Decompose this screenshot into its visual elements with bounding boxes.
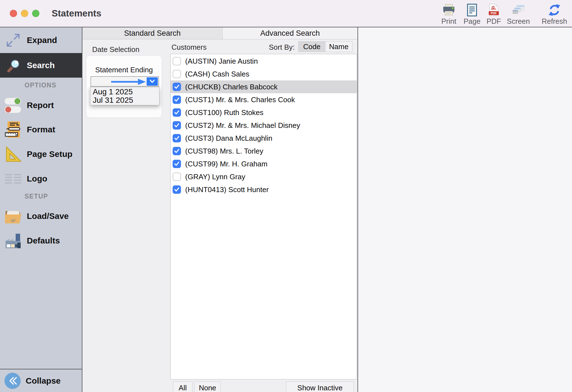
sort-name-button[interactable]: Name xyxy=(325,41,352,52)
sidebar-item-report[interactable]: Report xyxy=(0,93,82,118)
customer-label: (AUSTIN) Janie Austin xyxy=(185,57,258,66)
date-option[interactable]: Aug 1 2025 xyxy=(90,88,159,96)
sidebar-item-label: Defaults xyxy=(27,236,60,245)
select-all-button[interactable]: All xyxy=(173,381,192,392)
folder-icon xyxy=(4,207,22,225)
checkbox-checked-icon[interactable] xyxy=(173,95,181,104)
report-icon xyxy=(4,97,22,114)
customer-label: (CUST98) Mrs. L. Torley xyxy=(185,147,263,156)
sidebar-item-search[interactable]: Search xyxy=(0,53,82,78)
pdf-badge-text: PDF xyxy=(491,11,497,15)
toolbar-label: Refresh xyxy=(539,17,570,25)
sort-code-button[interactable]: Code xyxy=(298,41,325,52)
statement-ending-field[interactable] xyxy=(90,76,159,87)
customer-label: (CASH) Cash Sales xyxy=(185,70,249,78)
chevron-down-icon xyxy=(149,79,156,84)
customer-row[interactable]: (CUST98) Mrs. L. Torley xyxy=(171,145,357,157)
customer-row[interactable]: (CUST2) Mr. & Mrs. Michael Disney xyxy=(171,119,357,132)
customer-row[interactable]: (HUNT0413) Scott Hunter xyxy=(171,183,357,196)
screen-icon xyxy=(503,3,534,17)
titlebar: Statements Print Pa xyxy=(0,0,572,27)
date-selection-panel: Statement Ending Aug 1 2025 Jul 31 2025 xyxy=(86,55,162,118)
checkbox-checked-icon[interactable] xyxy=(173,147,181,155)
sidebar-item-format[interactable]: Format xyxy=(0,117,82,142)
customer-row[interactable]: (CUST100) Ruth Stokes xyxy=(171,106,357,119)
customer-label: (CHUCKB) Charles Babcock xyxy=(185,83,278,91)
customer-row[interactable]: (CUST99) Mr. H. Graham xyxy=(171,157,357,170)
tab-standard-search[interactable]: Standard Search xyxy=(82,27,223,39)
checkbox-checked-icon[interactable] xyxy=(173,134,181,142)
sidebar-item-label: Expand xyxy=(27,35,57,45)
customer-row[interactable]: (GRAY) Lynn Gray xyxy=(171,170,357,183)
sidebar-item-label: Search xyxy=(27,61,55,70)
customers-heading: Customers xyxy=(171,43,207,52)
sidebar-item-label: Page Setup xyxy=(27,149,72,159)
sidebar-section-options: OPTIONS xyxy=(25,82,56,89)
close-icon[interactable] xyxy=(10,10,17,17)
maximize-icon[interactable] xyxy=(32,10,39,17)
sidebar-item-label: Load/Save xyxy=(27,211,69,221)
customer-label: (HUNT0413) Scott Hunter xyxy=(185,185,269,194)
toolbar-label: Screen xyxy=(503,17,534,25)
search-icon xyxy=(4,57,22,74)
tab-advanced-search[interactable]: Advanced Search xyxy=(223,27,358,39)
customer-row[interactable]: (CUST1) Mr. & Mrs. Charles Cook xyxy=(171,93,357,106)
tabbar: Standard Search Advanced Search xyxy=(82,27,358,39)
checkbox-unchecked-icon[interactable] xyxy=(173,57,181,65)
sidebar-item-label: Report xyxy=(27,101,54,110)
show-inactive-button[interactable]: Show Inactive xyxy=(286,381,354,392)
sidebar: Expand Search OPTIONS Report xyxy=(0,27,82,392)
customer-row[interactable]: (AUSTIN) Janie Austin xyxy=(171,55,357,68)
sidebar-item-defaults[interactable]: Defaults xyxy=(0,228,82,253)
checkbox-unchecked-icon[interactable] xyxy=(173,70,181,78)
checkbox-checked-icon[interactable] xyxy=(173,160,181,168)
sidebar-item-label: Collapse xyxy=(26,376,61,386)
sidebar-item-page-setup[interactable]: Page Setup xyxy=(0,142,82,166)
refresh-button[interactable]: Refresh xyxy=(539,3,570,25)
customer-row[interactable]: (CHUCKB) Charles Babcock xyxy=(171,80,357,93)
sidebar-section-setup: SETUP xyxy=(25,193,48,200)
customer-label: (CUST1) Mr. & Mrs. Charles Cook xyxy=(185,95,295,104)
checkbox-checked-icon[interactable] xyxy=(173,121,181,130)
customer-label: (CUST99) Mr. H. Graham xyxy=(185,160,268,168)
sort-by-label: Sort By: xyxy=(263,43,295,52)
customer-label: (CUST3) Dana McLaughlin xyxy=(185,134,272,143)
sidebar-item-label: Logo xyxy=(27,174,47,183)
customer-label: (GRAY) Lynn Gray xyxy=(185,173,245,181)
customer-label: (CUST100) Ruth Stokes xyxy=(185,108,263,117)
minimize-icon[interactable] xyxy=(21,10,28,17)
sidebar-item-load-save[interactable]: Load/Save xyxy=(0,204,82,228)
select-none-button[interactable]: None xyxy=(194,381,221,392)
date-dropdown-list: Aug 1 2025 Jul 31 2025 xyxy=(90,87,159,105)
customer-row[interactable]: (CASH) Cash Sales xyxy=(171,68,357,80)
checkbox-checked-icon[interactable] xyxy=(173,185,181,194)
checkbox-checked-icon[interactable] xyxy=(173,83,181,91)
date-option[interactable]: Jul 31 2025 xyxy=(90,96,159,104)
collapse-icon xyxy=(4,373,21,389)
window-title: Statements xyxy=(52,0,101,27)
sidebar-item-collapse[interactable]: Collapse xyxy=(0,369,82,392)
right-arrow-icon xyxy=(111,78,147,86)
expand-icon xyxy=(4,32,22,49)
statement-ending-label: Statement Ending xyxy=(86,66,162,74)
checkbox-unchecked-icon[interactable] xyxy=(173,173,181,181)
customer-row[interactable]: (CUST3) Dana McLaughlin xyxy=(171,132,357,145)
sidebar-item-label: Format xyxy=(27,125,55,134)
date-selection-heading: Date Selection xyxy=(92,45,139,54)
factory-icon xyxy=(4,232,22,249)
logo-icon xyxy=(4,170,22,187)
customer-label: (CUST2) Mr. & Mrs. Michael Disney xyxy=(185,121,300,130)
preview-area xyxy=(358,27,572,392)
sort-segment-group: Code Name xyxy=(298,41,352,52)
search-panel: Standard Search Advanced Search Date Sel… xyxy=(82,27,358,392)
page-setup-icon xyxy=(4,145,22,163)
dropdown-button[interactable] xyxy=(147,77,158,86)
refresh-icon xyxy=(539,3,570,17)
sidebar-item-expand[interactable]: Expand xyxy=(0,27,82,53)
sidebar-item-logo[interactable]: Logo xyxy=(0,166,82,191)
checkbox-checked-icon[interactable] xyxy=(173,108,181,117)
format-icon xyxy=(4,121,22,138)
screen-button[interactable]: Screen xyxy=(503,3,534,25)
customer-list[interactable]: (AUSTIN) Janie Austin(CASH) Cash Sales(C… xyxy=(170,54,357,379)
app-window: Statements Print Pa xyxy=(0,0,572,392)
